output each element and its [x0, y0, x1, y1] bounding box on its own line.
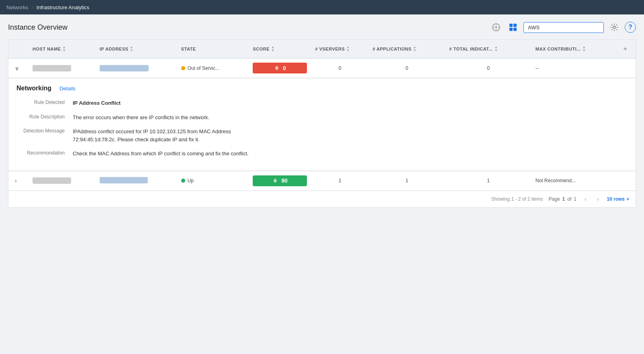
- details-link[interactable]: Details: [59, 85, 76, 92]
- row2-ip[interactable]: [96, 171, 177, 190]
- svg-rect-8: [509, 28, 513, 31]
- page-title: Instance Overview: [8, 23, 67, 32]
- instance-table: HOST NAME ▲▼ IP ADDRESS ▲▼ STATE: [8, 40, 636, 191]
- table-footer: Showing 1 - 2 of 2 items Page 1 of 1 ‹ ›…: [8, 191, 636, 207]
- nav-parent[interactable]: Networks: [6, 4, 28, 10]
- th-score[interactable]: SCORE ▲▼: [249, 40, 311, 59]
- total-pages: 1: [574, 196, 577, 202]
- th-ip[interactable]: IP ADDRESS ▲▼: [96, 40, 177, 59]
- row1-total-indicators: 0: [445, 59, 532, 78]
- ip-masked: ███████████: [100, 65, 149, 71]
- row2-expand-button[interactable]: ›: [12, 177, 19, 185]
- search-input[interactable]: [523, 22, 604, 33]
- score-badge-red: 0: [253, 63, 307, 73]
- detail-panel-title: Networking: [16, 85, 51, 92]
- sort-arrows-max: ▲▼: [583, 46, 586, 52]
- score-up-icon: [274, 65, 280, 71]
- row2-vservers: 1: [311, 171, 368, 190]
- expanded-detail-row: Networking Details Rule Detected IP Addr…: [8, 78, 636, 171]
- settings-icon[interactable]: [608, 21, 621, 34]
- prev-page-button[interactable]: ‹: [582, 195, 589, 203]
- state-dot-green: [181, 179, 185, 183]
- row1-expand-button[interactable]: ∨: [12, 64, 21, 72]
- rule-detected-value: IP Address Conflict: [73, 99, 121, 107]
- table-row: ∨ ████████ ███████████ Out of Servic...: [8, 59, 636, 78]
- rule-detected-label: Rule Detected: [16, 99, 73, 107]
- th-vservers[interactable]: # VSERVERS ▲▼: [311, 40, 368, 59]
- table-header-row: HOST NAME ▲▼ IP ADDRESS ▲▼ STATE: [8, 40, 636, 59]
- svg-point-4: [493, 27, 494, 28]
- nav-current: Infrastructure Analytics: [37, 4, 90, 10]
- next-page-button[interactable]: ›: [595, 195, 601, 203]
- row2-total-indicators: 1: [445, 171, 532, 190]
- help-icon[interactable]: ?: [625, 22, 636, 33]
- showing-text: Showing 1 - 2 of 2 items: [491, 196, 543, 202]
- row2-applications: 1: [369, 171, 446, 190]
- sort-arrows-total: ▲▼: [495, 46, 498, 52]
- rows-per-page-select[interactable]: 10 rows ∨: [607, 196, 629, 202]
- row2-max-contribution: Not Recommend...: [532, 171, 618, 190]
- svg-point-3: [496, 29, 497, 30]
- hostname-masked: ████████: [33, 65, 71, 71]
- data-table-section: HOST NAME ▲▼ IP ADDRESS ▲▼ STATE: [8, 39, 636, 208]
- state-dot-orange: [181, 66, 185, 70]
- rule-detected-row: Rule Detected IP Address Conflict: [16, 99, 628, 107]
- row1-applications: 0: [369, 59, 446, 78]
- detection-message-row: Detection Message IPAddress conflict occ…: [16, 128, 628, 143]
- ip-masked-2: [100, 177, 148, 183]
- rule-description-row: Rule Description The error occurs when t…: [16, 114, 628, 122]
- rule-description-value: The error occurs when there are IP confl…: [73, 114, 209, 122]
- th-max-contribution[interactable]: MAX CONTRIBUTI... ▲▼: [532, 40, 618, 59]
- svg-point-1: [495, 26, 497, 28]
- th-applications[interactable]: # APPLICATIONS ▲▼: [369, 40, 446, 59]
- main-container: Instance Overview: [0, 14, 644, 354]
- nav-separator: ›: [31, 4, 33, 10]
- dots-circle-icon[interactable]: [490, 21, 503, 34]
- svg-point-2: [496, 24, 497, 25]
- row1-score: 0: [249, 59, 311, 78]
- row2-state: Up: [177, 171, 249, 190]
- svg-point-5: [498, 27, 499, 28]
- th-state: STATE: [177, 40, 249, 59]
- row2-score: 90: [249, 171, 311, 190]
- hostname-masked-2: ████████: [33, 177, 71, 184]
- add-column-button[interactable]: +: [622, 44, 628, 54]
- sort-arrows-score: ▲▼: [271, 46, 274, 52]
- networking-detail-panel: Networking Details Rule Detected IP Addr…: [8, 78, 636, 171]
- row1-ip[interactable]: ███████████: [96, 59, 177, 78]
- svg-rect-6: [509, 24, 513, 27]
- row1-max-contribution: --: [532, 59, 618, 78]
- score-badge-green: 90: [253, 175, 307, 186]
- svg-rect-9: [513, 28, 517, 31]
- recommendation-label: Recommondation: [16, 150, 73, 158]
- table-row: › ████████ Up: [8, 171, 636, 190]
- detection-message-value: IPAddress conflict occured for IP 10.102…: [73, 128, 274, 143]
- top-navigation: Networks › Infrastructure Analytics: [0, 0, 644, 14]
- row2-hostname: ████████: [29, 171, 96, 190]
- recommendation-row: Recommondation Check the MAC Address fro…: [16, 150, 628, 158]
- sort-arrows-hostname: ▲▼: [63, 46, 66, 52]
- th-hostname[interactable]: HOST NAME ▲▼: [29, 40, 96, 59]
- recommendation-value: Check the MAC Address from which IP conf…: [73, 150, 249, 158]
- svg-rect-7: [513, 24, 517, 27]
- sort-arrows-ip: ▲▼: [130, 46, 133, 52]
- rows-select-chevron: ∨: [626, 197, 629, 201]
- row1-hostname: ████████: [29, 59, 96, 78]
- sort-arrows-apps: ▲▼: [413, 46, 416, 52]
- rule-description-label: Rule Description: [16, 114, 73, 122]
- row1-state: Out of Servic...: [177, 59, 249, 78]
- th-expand: [8, 40, 29, 59]
- row1-vservers: 0: [311, 59, 368, 78]
- svg-point-10: [613, 26, 615, 28]
- current-page: 1: [562, 196, 565, 202]
- sort-arrows-vservers: ▲▼: [346, 46, 350, 52]
- detection-message-label: Detection Message: [16, 128, 73, 143]
- grid-view-icon[interactable]: [507, 21, 519, 34]
- detail-panel-header: Networking Details: [16, 85, 628, 92]
- header-actions: ?: [490, 21, 636, 34]
- page-header: Instance Overview: [8, 21, 636, 34]
- pagination: Page 1 of 1: [549, 196, 577, 202]
- score-up-icon-2: [272, 177, 278, 184]
- th-add-column[interactable]: +: [617, 40, 636, 59]
- th-total-indicators[interactable]: # TOTAL INDICAT... ▲▼: [445, 40, 532, 59]
